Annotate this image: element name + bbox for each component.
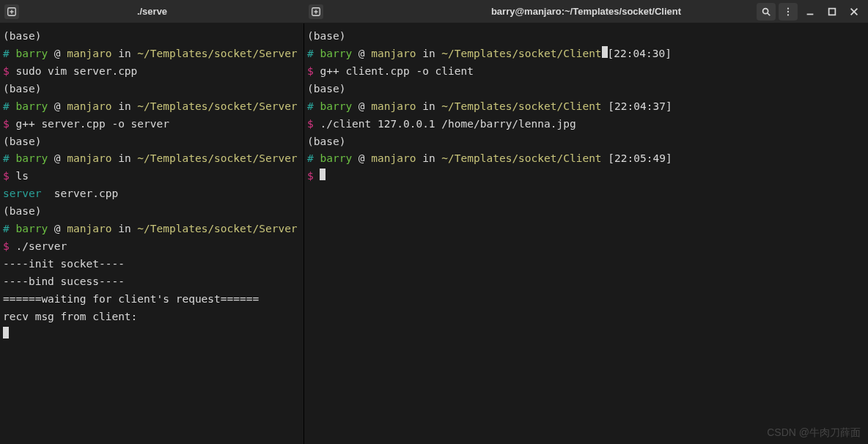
terminal-line: $ g++ server.cpp -o server [3,116,301,133]
terminal-text: sudo vim server.cpp [15,65,137,77]
terminal-line: ----init socket---- [3,256,301,273]
terminal-body-right[interactable]: (base)# barry @ manjaro in ~/Templates/s… [304,23,868,444]
terminal-text: (base) [3,205,41,217]
terminal-line: # barry @ manjaro in ~/Templates/socket/… [307,150,865,168]
minimize-button[interactable] [801,3,820,21]
terminal-text: @ [48,100,67,112]
terminal-text: @ [352,48,371,59]
terminal-text: ./client 127.0.0.1 /home/barry/lenna.jpg [320,118,575,130]
terminal-text: $ [307,170,320,182]
terminal-text: ~/Templates/socket/Server [137,100,297,112]
terminal-line: (base) [307,81,865,98]
terminal-text: ----bind sucess---- [3,275,125,287]
terminal-text: ----init socket---- [3,258,125,270]
terminal-text: barry [15,100,48,112]
terminal-body-left[interactable]: (base)# barry @ manjaro in ~/Templates/s… [0,23,304,444]
terminal-text: [ [298,48,304,59]
terminal-text: in [416,152,441,164]
terminal-text: # [307,48,320,59]
window-controls [757,3,864,21]
terminal-text: in [416,48,441,59]
terminal-text: recv msg from client: [3,311,137,322]
terminal-text: ~/Templates/socket/Client [441,100,601,112]
terminal-text: ======waiting for client's request====== [3,293,259,305]
terminal-text: (base) [3,83,41,95]
terminal-line: (base) [3,28,301,45]
terminal-text: $ [307,118,320,130]
svg-rect-12 [829,8,836,15]
terminal-text: in [416,100,441,112]
terminal-text: barry [15,48,48,59]
terminal-text: ./server [15,240,67,252]
terminal-line: # barry @ manjaro in ~/Templates/socket/… [3,150,301,168]
terminal-text: $ [3,65,15,77]
terminal-line: (base) [307,28,865,45]
terminal-text: barry [320,152,352,164]
terminal-line: $ sudo vim server.cpp [3,63,301,81]
terminal-text: manjaro [67,223,111,234]
new-tab-icon[interactable] [309,4,323,19]
terminal-line: (base) [307,133,865,151]
cursor [320,169,326,180]
svg-point-9 [787,10,789,12]
svg-point-10 [787,14,789,15]
terminal-text: # [307,152,320,164]
maximize-button[interactable] [823,3,842,21]
terminal-text: [ [298,152,304,164]
new-tab-icon[interactable] [4,4,19,19]
terminal-line: ======waiting for client's request====== [3,291,301,308]
terminal-line: ----bind sucess---- [3,273,301,291]
terminal-text: manjaro [371,100,416,112]
terminal-text: in [111,48,137,59]
terminal-text: $ [307,65,320,77]
terminal-text: (base) [307,30,345,42]
terminal-text: barry [320,48,352,59]
cursor [602,46,608,58]
terminal-text: in [111,223,137,234]
search-button[interactable] [757,3,776,21]
terminal-text: barry [15,223,48,234]
terminal-line: # barry @ manjaro in ~/Templates/socket/… [3,221,301,238]
terminal-text: (base) [3,30,41,42]
terminal-text: @ [48,48,67,59]
terminal-text: [ [298,100,304,112]
terminal-text: @ [48,223,67,234]
terminal-text: # [3,48,15,59]
terminal-text: ~/Templates/socket/Server [137,48,297,59]
close-button[interactable] [845,3,864,21]
terminal-text: ~/Templates/socket/Server [137,223,297,234]
terminal-text: server.cpp [41,188,118,199]
svg-point-8 [787,7,789,9]
svg-point-6 [763,8,768,13]
terminal-text: manjaro [67,100,111,112]
terminal-text: [22:04:30] [608,48,672,59]
terminal-line: $ ls [3,168,301,185]
terminal-left: ./serve (base)# barry @ manjaro in ~/Tem… [0,0,304,444]
terminal-text: server [3,188,41,199]
terminal-text: $ [3,118,15,130]
terminal-text: (base) [307,83,345,95]
terminal-text: # [307,100,320,112]
terminal-text: manjaro [67,48,111,59]
terminal-text: @ [48,152,67,164]
titlebar-left[interactable]: ./serve [0,0,304,23]
cursor [3,327,9,338]
terminal-right: barry@manjaro:~/Templates/socket/Client [304,0,868,444]
terminal-text: manjaro [371,152,416,164]
terminal-line: recv msg from client: [3,308,301,326]
menu-button[interactable] [779,3,798,21]
terminal-text: # [3,152,15,164]
terminal-line: # barry @ manjaro in ~/Templates/socket/… [3,98,301,116]
terminal-text: @ [352,152,371,164]
titlebar-right[interactable]: barry@manjaro:~/Templates/socket/Client [304,0,868,23]
terminal-line: (base) [3,133,301,151]
terminal-line [3,326,301,344]
terminal-text: [22:05:49] [602,152,672,164]
terminal-line: # barry @ manjaro in ~/Templates/socket/… [3,45,301,63]
terminal-line: (base) [3,203,301,221]
terminal-text: # [3,223,15,234]
terminal-line: # barry @ manjaro in ~/Templates/socket/… [307,45,865,63]
terminal-text: (base) [3,136,41,147]
window-title-right: barry@manjaro:~/Templates/socket/Client [491,6,681,17]
terminal-text: [22:04:37] [602,100,672,112]
